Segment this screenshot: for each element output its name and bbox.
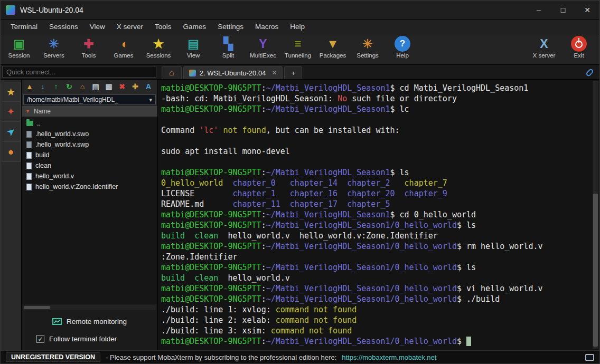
file-list-header[interactable]: ▼ Name (22, 106, 157, 117)
toolbar-games-button[interactable]: ◖Games (106, 36, 141, 59)
close-button[interactable]: ✕ (575, 1, 599, 20)
download-button[interactable]: ↓ (36, 81, 49, 92)
follow-terminal-folder-checkbox[interactable] (36, 335, 44, 343)
toolbar-servers-button[interactable]: ✳Servers (36, 36, 71, 59)
file-row[interactable]: .hello_world.v.swo (22, 129, 157, 139)
toolbar-view-label: View (187, 52, 200, 59)
tab-close-icon[interactable]: ✕ (271, 69, 277, 76)
file-label: hello_world.v (35, 173, 74, 180)
path-dropdown[interactable]: /home/matbi/Matbi_VerilogHDL_ ▾ (23, 94, 156, 105)
toolbar-view-button[interactable]: ▤View (176, 36, 211, 59)
tab-wsl-ubuntu[interactable]: 2. WSL-Ubuntu-20.04 ✕ (183, 66, 283, 79)
folder-icon (26, 121, 33, 126)
tools-icon: ✚ (81, 36, 97, 52)
mobatek-link[interactable]: https://mobaxterm.mobatek.net (342, 353, 436, 361)
go-up-folder-button[interactable]: ▲ (23, 81, 36, 92)
toolbar-packages-button[interactable]: ▼Packages (315, 36, 350, 59)
delete-button[interactable]: ✖ (116, 81, 128, 92)
file-row[interactable]: .hello_world.v.swp (22, 139, 157, 150)
quick-connect-area (1, 65, 159, 79)
xserver-icon: X (536, 36, 552, 52)
toolbar-servers-label: Servers (43, 52, 64, 59)
main-area: ★✦➤● ▲↓↑↻⌂▤▥✖✚A /home/matbi/Matbi_Verilo… (1, 80, 599, 350)
sftp-file-panel: ▲↓↑↻⌂▤▥✖✚A /home/matbi/Matbi_VerilogHDL_… (22, 80, 158, 350)
toolbar-sessions-button[interactable]: ★Sessions (141, 36, 176, 59)
sessions-star-tab[interactable]: ★ (2, 82, 21, 102)
file-list-horizontal-scrollbar[interactable] (23, 305, 156, 310)
packages-icon: ▼ (325, 36, 341, 52)
toolbar-split-button[interactable]: ▚Split (211, 36, 246, 59)
terminal-line: matbi@DESKTOP-9NG5PTT:~/Matbi_VerilogHDL… (161, 336, 591, 347)
terminal-line: matbi@DESKTOP-9NG5PTT:~/Matbi_VerilogHDL… (161, 209, 591, 220)
copy-icon: ▤ (92, 82, 99, 91)
name-column-header: Name (34, 108, 51, 115)
new-tab-button[interactable]: + (284, 66, 302, 79)
toolbar-tools-button[interactable]: ✚Tools (71, 36, 106, 59)
terminal-screen[interactable]: matbi@DESKTOP-9NG5PTT:~/Matbi_VerilogHDL… (158, 80, 599, 350)
session-icon: ▣ (11, 36, 27, 52)
scrollbar-thumb[interactable] (24, 306, 50, 309)
menu-item-settings[interactable]: Settings (212, 21, 249, 33)
menu-item-tools[interactable]: Tools (149, 21, 177, 33)
remote-monitoring-button[interactable]: Remote monitoring (27, 318, 152, 325)
menu-item-sessions[interactable]: Sessions (43, 21, 84, 33)
toolbar-exit-button[interactable]: Exit (561, 36, 596, 59)
upload-button[interactable]: ↑ (50, 81, 62, 92)
toolbar-multiexec-label: MultiExec (250, 52, 276, 59)
remote-monitoring-label: Remote monitoring (67, 318, 127, 325)
terminal-scrollbar-thumb[interactable] (593, 194, 598, 347)
sftp-tab[interactable]: ➤ (2, 122, 21, 142)
servers-icon: ✳ (46, 36, 62, 52)
toolbar-settings-button[interactable]: ✳Settings (350, 36, 385, 59)
file-row[interactable]: hello_world.v:Zone.Identifier (22, 181, 157, 192)
terminal-scrollbar[interactable] (593, 81, 598, 349)
side-icon-strip: ★✦➤● (1, 80, 22, 350)
multiexec-icon: Y (255, 36, 271, 52)
maximize-button[interactable]: □ (551, 1, 575, 20)
tools-tab[interactable]: ✦ (2, 102, 21, 122)
menu-item-help[interactable]: Help (284, 21, 311, 33)
toolbar-session-button[interactable]: ▣Session (2, 36, 36, 59)
follow-terminal-folder-label: Follow terminal folder (49, 335, 117, 343)
paste-button[interactable]: ▥ (102, 81, 115, 92)
file-row[interactable]: .. (22, 118, 157, 129)
menu-item-games[interactable]: Games (177, 21, 212, 33)
toolbar-multiexec-button[interactable]: YMultiExec (246, 36, 280, 59)
toolbar-right: XX serverExit (527, 36, 596, 59)
terminal-cursor (466, 337, 471, 346)
toolbar-xserver-button[interactable]: XX server (527, 36, 561, 59)
tools-icon: ✦ (7, 106, 15, 118)
encoding-button[interactable]: A (142, 81, 155, 92)
games-icon: ◖ (116, 36, 132, 52)
file-row[interactable]: hello_world.v (22, 171, 157, 181)
quick-connect-input[interactable] (2, 66, 156, 78)
status-bar: UNREGISTERED VERSION - Please support Mo… (1, 350, 599, 363)
file-label: .hello_world.v.swo (35, 130, 89, 138)
minimize-button[interactable]: – (527, 1, 551, 20)
menu-item-terminal[interactable]: Terminal (5, 21, 43, 33)
macros-icon: ● (8, 146, 14, 158)
tools-button[interactable]: ✚ (129, 81, 142, 92)
file-icon (26, 184, 32, 190)
home-folder-button[interactable]: ⌂ (76, 81, 89, 92)
copy-button[interactable]: ▤ (89, 81, 102, 92)
toolbar-tunneling-button[interactable]: ≡Tunneling (280, 36, 315, 59)
menu-item-x-server[interactable]: X server (111, 21, 149, 33)
settings-icon: ✳ (360, 36, 376, 52)
remote-monitoring-icon (52, 318, 62, 325)
menu-item-macros[interactable]: Macros (249, 21, 284, 33)
macros-tab[interactable]: ● (2, 142, 21, 162)
paperclip-icon[interactable] (585, 68, 594, 77)
tab-home[interactable]: ⌂ (162, 66, 182, 79)
file-list[interactable]: ...hello_world.v.swo.hello_world.v.swpbu… (22, 117, 157, 304)
refresh-button[interactable]: ↻ (63, 81, 76, 92)
help-icon: ? (395, 36, 410, 52)
toolbar-help-button[interactable]: ?Help (385, 36, 420, 59)
toolbar-tools-label: Tools (82, 52, 96, 59)
terminal-line: ./build: line 1: xvlog: command not foun… (161, 304, 591, 315)
terminal-line: matbi@DESKTOP-9NG5PTT:~/Matbi_VerilogHDL… (161, 241, 591, 252)
menu-item-view[interactable]: View (84, 21, 111, 33)
terminal-line: matbi@DESKTOP-9NG5PTT:~/Matbi_VerilogHDL… (161, 220, 591, 231)
file-row[interactable]: clean (22, 160, 157, 171)
file-row[interactable]: build (22, 150, 157, 160)
